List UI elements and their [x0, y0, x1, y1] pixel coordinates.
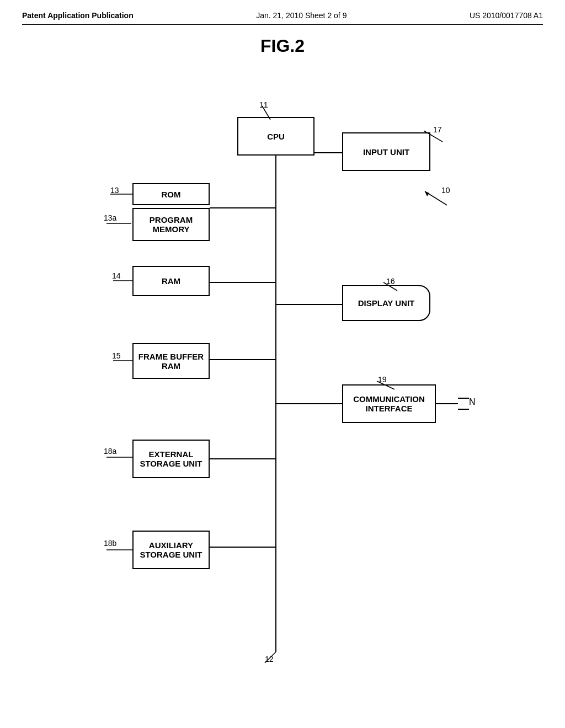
arrow-16: [378, 280, 400, 293]
header-date-sheet: Jan. 21, 2010 Sheet 2 of 9: [256, 11, 347, 20]
arrow-13: [108, 189, 135, 200]
svg-marker-13: [425, 191, 429, 196]
svg-line-14: [262, 106, 270, 120]
arrow-18b: [104, 547, 134, 553]
ref-N: N: [469, 397, 476, 407]
arrow-11: [259, 103, 287, 122]
svg-line-20: [383, 282, 397, 291]
arrow-14: [110, 278, 135, 283]
diagram: CPU INPUT UNIT ROM PROGRAM MEMORY RAM DI…: [22, 73, 543, 679]
diagram-svg: [22, 73, 543, 679]
page: Patent Application Publication Jan. 21, …: [0, 0, 565, 728]
input-unit-box: INPUT UNIT: [342, 132, 430, 171]
arrow-18a: [104, 454, 134, 460]
header: Patent Application Publication Jan. 21, …: [22, 11, 543, 25]
ref-18b: 18b: [104, 539, 116, 548]
cpu-box: CPU: [237, 117, 315, 156]
arrow-13a: [104, 221, 134, 226]
arrow-19: [372, 378, 397, 392]
ram-box: RAM: [132, 266, 210, 296]
arrow-17: [419, 128, 444, 144]
header-patent-number: US 2010/0017708 A1: [470, 11, 543, 20]
header-publication-label: Patent Application Publication: [22, 11, 134, 20]
svg-line-15: [265, 652, 276, 663]
svg-line-21: [424, 131, 443, 142]
figure-title: FIG.2: [22, 36, 543, 56]
arrow-12: [262, 649, 290, 666]
arrow-10: [419, 189, 452, 211]
svg-line-24: [377, 381, 395, 389]
program-memory-box: PROGRAM MEMORY: [132, 208, 210, 241]
external-storage-box: EXTERNAL STORAGE UNIT: [132, 440, 210, 478]
frame-buffer-ram-box: FRAME BUFFER RAM: [132, 343, 210, 379]
auxiliary-storage-box: AUXILIARY STORAGE UNIT: [132, 531, 210, 569]
rom-box: ROM: [132, 183, 210, 205]
arrow-15: [110, 358, 135, 363]
